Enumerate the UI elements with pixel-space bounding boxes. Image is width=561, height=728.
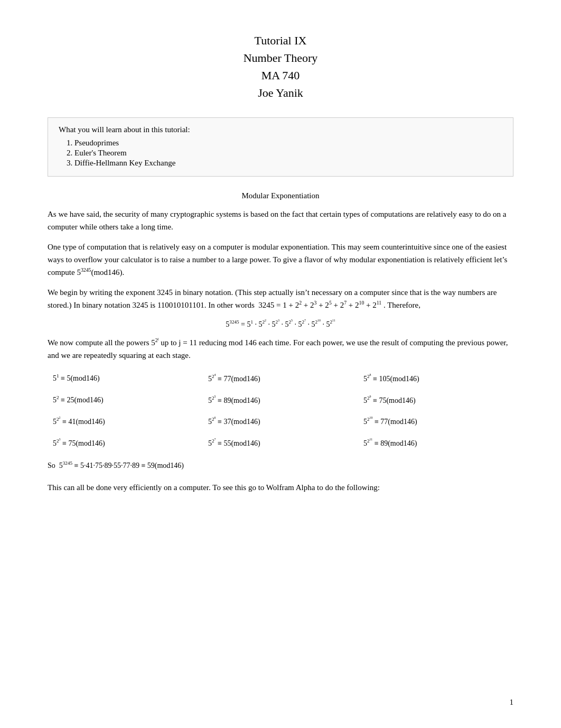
power-cell-5: 529 ≡ 75(mod146) [358,392,513,408]
power-cell-2: 528 ≡ 105(mod146) [358,370,513,386]
power-cell-4: 525 ≡ 89(mod146) [203,392,358,408]
para3: We begin by writing the exponent 3245 in… [48,286,513,311]
subject-title: Number Theory [48,49,513,67]
page-header: Tutorial IX Number Theory MA 740 Joe Yan… [48,32,513,102]
para2-end: . [123,268,125,277]
binary-eq: 3245 = 1 + 22 + 23 + 25 + 27 + 210 + 211 [257,301,384,309]
powers-grid: 51 ≡ 5(mod146) 524 ≡ 77(mod146) 528 ≡ 10… [48,370,513,451]
intro-box: What you will learn about in this tutori… [48,117,513,177]
para4-math: 52j [151,338,158,347]
power-cell-8: 5210 ≡ 77(mod146) [358,413,513,429]
para2-math: 53245(mod146) [77,268,122,277]
para5: This can all be done very efficiently on… [48,481,513,494]
author-name: Joe Yanik [48,84,513,102]
intro-item-3: Diffie-Hellmann Key Exchange [74,159,502,168]
para3-end: . Therefore, [384,301,420,309]
intro-item-2: Euler's Theorem [74,149,502,158]
intro-item-1: Pseudoprimes [74,139,502,148]
power-cell-11: 5211 ≡ 89(mod146) [358,435,513,451]
para4-text1: We now compute all the powers [48,338,151,347]
para2: One type of computation that is relative… [48,241,513,279]
power-cell-1: 524 ≡ 77(mod146) [203,370,358,386]
tutorial-title: Tutorial IX [48,32,513,49]
modexp-section-title: Modular Exponentiation [48,191,513,200]
power-cell-6: 522 ≡ 41(mod146) [48,413,203,429]
power-cell-3: 52 ≡ 25(mod146) [48,392,203,408]
intro-list: Pseudoprimes Euler's Theorem Diffie-Hell… [74,139,502,168]
power-expand-display: 53245 = 51 · 522 · 523 · 525 · 527 · 521… [48,319,513,329]
intro-lead: What you will learn about in this tutori… [59,125,502,134]
power-cell-7: 526 ≡ 37(mod146) [203,413,358,429]
power-cell-10: 527 ≡ 55(mod146) [203,435,358,451]
course-code: MA 740 [48,67,513,84]
para1: As we have said, the security of many cr… [48,208,513,233]
so-line: So 53245 ≡ 5·41·75·89·55·77·89 ≡ 59(mod1… [48,459,513,472]
para4: We now compute all the powers 52j up to … [48,336,513,362]
power-cell-9: 523 ≡ 75(mod146) [48,435,203,451]
page-number: 1 [510,698,514,707]
power-cell-0: 51 ≡ 5(mod146) [48,370,203,386]
